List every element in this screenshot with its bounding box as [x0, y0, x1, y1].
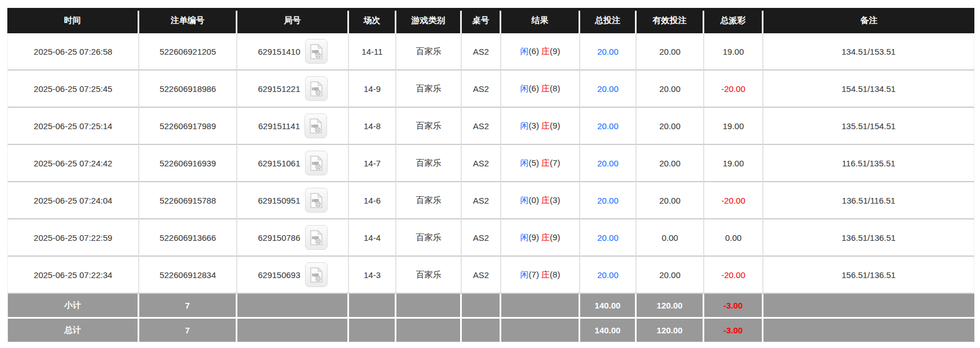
cell-game-type: 百家乐 [396, 71, 462, 108]
table-row: 2025-06-25 07:25:14 522606917989 6291511… [7, 108, 974, 145]
cell-valid-bet: 0.00 [637, 219, 704, 257]
grand-total-empty-remark [763, 319, 974, 343]
cell-total-payout: 19.00 [704, 145, 763, 182]
cell-remark: 156.51/136.51 [763, 257, 974, 294]
bet-records-panel: 时间 注单编号 局号 场次 游戏类别 桌号 结果 总投注 有效投注 总派彩 备注… [7, 8, 974, 343]
cell-remark: 134.51/153.51 [763, 33, 974, 71]
result-banker-label: 庄 [541, 158, 550, 168]
result-player-score: (6) [529, 83, 539, 93]
cell-total-payout: 19.00 [704, 33, 763, 71]
subtotal-total-bet: 140.00 [580, 294, 637, 319]
cell-time: 2025-06-25 07:24:42 [7, 145, 139, 182]
cell-bet-no: 522606917989 [139, 108, 237, 145]
cell-valid-bet: 20.00 [637, 145, 704, 182]
result-banker-label: 庄 [541, 270, 550, 279]
cell-round-no: 629151061 [237, 145, 349, 182]
header-cell-time: 时间 [7, 8, 139, 33]
round-no-text: 629151410 [258, 47, 300, 56]
cell-total-payout: -20.00 [704, 71, 763, 108]
table-row: 2025-06-25 07:24:04 522606915788 6291509… [7, 182, 974, 219]
cell-result: 闲(6) 庄(8) [501, 71, 580, 108]
result-player-label: 闲 [520, 121, 529, 130]
cell-time: 2025-06-25 07:24:04 [7, 182, 139, 219]
cell-session: 14-4 [349, 219, 396, 257]
cell-result: 闲(0) 庄(3) [501, 182, 580, 219]
result-player-score: (0) [529, 195, 539, 205]
grand-total-valid-bet: 120.00 [637, 319, 704, 343]
subtotal-valid-bet: 120.00 [637, 294, 704, 319]
table-row: 2025-06-25 07:26:58 522606921205 6291514… [7, 33, 974, 71]
video-file-icon [310, 156, 323, 171]
cell-result: 闲(3) 庄(9) [501, 108, 580, 145]
cell-session: 14-11 [349, 33, 396, 71]
round-no-text: 629150951 [258, 196, 300, 205]
video-replay-button[interactable] [305, 39, 328, 64]
video-replay-button[interactable] [305, 225, 328, 250]
video-replay-button[interactable] [305, 76, 328, 101]
cell-total-bet: 20.00 [580, 71, 637, 108]
subtotal-empty-result [501, 294, 580, 319]
cell-time: 2025-06-25 07:25:14 [7, 108, 139, 145]
result-banker-label: 庄 [541, 195, 550, 205]
header-cell-remark: 备注 [763, 8, 974, 33]
video-file-icon [310, 44, 323, 59]
cell-total-bet: 20.00 [580, 257, 637, 294]
cell-total-payout: 19.00 [704, 108, 763, 145]
result-banker-score: (9) [550, 232, 560, 242]
cell-remark: 154.51/134.51 [763, 71, 974, 108]
cell-round-no: 629150951 [237, 182, 349, 219]
grand-total-row: 总计 7 140.00 120.00 -3.00 [7, 319, 974, 343]
cell-valid-bet: 20.00 [637, 182, 704, 219]
header-top-strip [7, 8, 974, 11]
result-player-label: 闲 [520, 232, 529, 242]
video-replay-button[interactable] [304, 113, 327, 138]
cell-table-no: AS2 [462, 257, 501, 294]
bet-records-table: 时间 注单编号 局号 场次 游戏类别 桌号 结果 总投注 有效投注 总派彩 备注… [7, 8, 974, 343]
cell-game-type: 百家乐 [396, 219, 462, 257]
cell-game-type: 百家乐 [396, 33, 462, 71]
table-row: 2025-06-25 07:24:42 522606916939 6291510… [7, 145, 974, 182]
result-banker-score: (9) [550, 46, 560, 56]
cell-round-no: 629150693 [237, 257, 349, 294]
round-no-text: 629151221 [258, 84, 300, 94]
subtotal-total-payout: -3.00 [704, 294, 763, 319]
result-banker-score: (3) [550, 195, 560, 205]
cell-valid-bet: 20.00 [637, 108, 704, 145]
cell-valid-bet: 20.00 [637, 33, 704, 71]
cell-round-no: 629151410 [237, 33, 349, 71]
cell-game-type: 百家乐 [396, 182, 462, 219]
cell-time: 2025-06-25 07:22:34 [7, 257, 139, 294]
subtotal-empty-table-no [462, 294, 501, 319]
subtotal-count: 7 [139, 294, 237, 319]
cell-session: 14-7 [349, 145, 396, 182]
cell-round-no: 629151141 [237, 108, 349, 145]
result-banker-score: (8) [550, 83, 560, 93]
cell-game-type: 百家乐 [396, 257, 462, 294]
result-player-label: 闲 [520, 83, 529, 93]
cell-bet-no: 522606912834 [139, 257, 237, 294]
cell-session: 14-6 [349, 182, 396, 219]
video-replay-button[interactable] [305, 151, 328, 175]
cell-total-payout: -20.00 [704, 257, 763, 294]
result-player-score: (5) [529, 158, 539, 168]
result-player-score: (7) [529, 270, 539, 279]
video-replay-button[interactable] [305, 262, 328, 287]
cell-game-type: 百家乐 [396, 108, 462, 145]
cell-total-bet: 20.00 [580, 145, 637, 182]
header-cell-table-no: 桌号 [462, 8, 501, 33]
subtotal-empty-game-type [396, 294, 462, 319]
result-player-label: 闲 [520, 46, 529, 56]
cell-session: 14-3 [349, 257, 396, 294]
cell-remark: 116.51/135.51 [763, 145, 974, 182]
cell-table-no: AS2 [462, 108, 501, 145]
cell-valid-bet: 20.00 [637, 71, 704, 108]
subtotal-row: 小计 7 140.00 120.00 -3.00 [7, 294, 974, 319]
grand-total-count: 7 [139, 319, 237, 343]
cell-total-payout: -20.00 [704, 182, 763, 219]
result-player-score: (3) [529, 121, 539, 130]
cell-result: 闲(6) 庄(9) [501, 33, 580, 71]
table-header-row: 时间 注单编号 局号 场次 游戏类别 桌号 结果 总投注 有效投注 总派彩 备注 [7, 8, 974, 33]
video-replay-button[interactable] [305, 188, 328, 213]
cell-total-bet: 20.00 [580, 219, 637, 257]
cell-total-bet: 20.00 [580, 33, 637, 71]
